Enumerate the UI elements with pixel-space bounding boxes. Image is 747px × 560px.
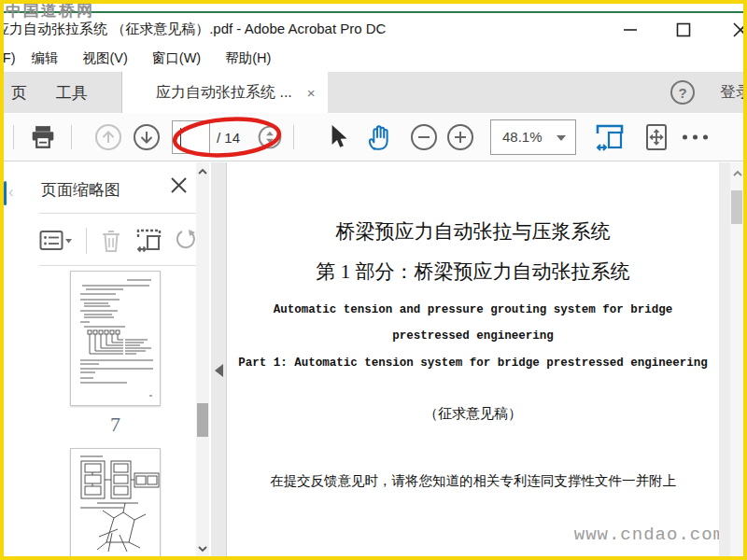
fit-page-button[interactable] <box>642 122 670 152</box>
doc-subtitle-en-2: prestressed engineering <box>227 329 719 343</box>
active-panel-indicator <box>4 181 7 205</box>
scroll-down-icon[interactable] <box>198 545 207 553</box>
spinner-icon <box>258 125 282 149</box>
rotate-pages-button[interactable] <box>176 229 197 253</box>
scrollbar-thumb[interactable] <box>731 190 742 224</box>
collapse-chevron-icon[interactable]: ‹ <box>8 183 14 202</box>
menu-help[interactable]: 帮助(H) <box>213 49 283 67</box>
chevron-down-icon <box>557 135 566 141</box>
tab-bar: 页 工具 应力自动张拉系统 ... × ? 登录 <box>4 72 743 113</box>
tab-document-label: 应力自动张拉系统 ... <box>156 83 292 103</box>
ellipsis-icon <box>683 134 687 139</box>
close-button[interactable] <box>732 21 747 38</box>
doc-title-cn-1: 桥梁预应力自动张拉与压浆系统 <box>227 218 719 245</box>
tab-home[interactable]: 页 <box>0 72 40 113</box>
help-button[interactable]: ? <box>670 80 695 105</box>
thumbnail-page-8[interactable] <box>70 448 161 560</box>
fit-page-icon <box>642 122 670 152</box>
fit-width-icon <box>594 121 626 153</box>
document-view: 桥梁预应力自动张拉与压浆系统 第 1 部分：桥梁预应力自动张拉系统 Automa… <box>227 162 743 556</box>
watermark-top-left: 中国道桥网 <box>6 0 94 21</box>
close-icon <box>732 21 747 38</box>
menu-file[interactable]: 文件(F) <box>4 49 20 67</box>
crop-pages-icon <box>135 228 163 254</box>
thumbnail-options-button[interactable] <box>39 230 73 252</box>
zoom-level-dropdown[interactable]: 48.1% <box>490 119 576 155</box>
panel-scrollbar[interactable] <box>196 162 209 556</box>
plus-circle-icon <box>446 123 474 151</box>
scroll-up-icon[interactable] <box>198 168 207 175</box>
thumbnail-sketch <box>71 449 160 560</box>
hand-tool-button[interactable] <box>364 122 394 152</box>
panel-toolbar <box>39 222 197 259</box>
panel-close-button[interactable] <box>171 177 187 193</box>
help-icon: ? <box>678 85 686 101</box>
minimize-icon <box>622 21 639 38</box>
title-bar: 应力自动张拉系统 （征求意见稿）.pdf - Adobe Acrobat Pro… <box>4 14 743 44</box>
arrow-down-circle-icon <box>133 123 161 151</box>
main-toolbar: / 14 <box>4 113 743 161</box>
scrollbar-thumb[interactable] <box>197 403 208 437</box>
page-number-input[interactable] <box>172 120 210 154</box>
select-tool-button[interactable] <box>325 124 349 150</box>
previous-page-button[interactable] <box>94 123 122 151</box>
delete-pages-button[interactable] <box>100 229 122 253</box>
zoom-level-value: 48.1% <box>502 129 543 145</box>
menu-view[interactable]: 视图(V) <box>71 49 140 67</box>
crop-pages-button[interactable] <box>135 228 163 254</box>
minus-circle-icon <box>410 123 438 151</box>
window-title: 应力自动张拉系统 （征求意见稿）.pdf - Adobe Acrobat Pro… <box>0 21 386 38</box>
doc-subtitle-en-3: Part 1: Automatic tension system for bri… <box>227 357 719 370</box>
collapse-panel-icon[interactable] <box>215 364 223 377</box>
minimize-button[interactable] <box>622 21 639 38</box>
navigation-rail: ‹ <box>4 162 19 556</box>
sign-in-link[interactable]: 登录 <box>720 81 747 103</box>
tab-tools[interactable]: 工具 <box>39 72 105 113</box>
watermark-bottom-right: www.cndao.com <box>574 525 725 545</box>
cursor-arrow-icon <box>325 124 349 150</box>
document-scrollbar[interactable] <box>730 162 743 556</box>
content-region: ‹ 页面缩略图 <box>4 162 743 556</box>
doc-draft-note: （征求意见稿） <box>227 405 719 423</box>
divider <box>39 265 198 266</box>
page-spinner[interactable] <box>258 125 282 149</box>
menu-edit[interactable]: 编辑 <box>20 49 71 67</box>
thumbnail-sketch <box>71 272 160 405</box>
tab-document[interactable]: 应力自动张拉系统 ... × <box>122 72 328 114</box>
more-tools-button[interactable] <box>683 134 708 139</box>
next-page-button[interactable] <box>133 123 161 151</box>
maximize-icon <box>675 21 692 38</box>
panel-splitter[interactable] <box>211 162 227 556</box>
menu-window[interactable]: 窗口(W) <box>140 49 213 67</box>
doc-patent-note: 在提交反馈意见时，请将您知道的相关专利连同支撑性文件一并附上 <box>227 472 719 490</box>
trash-icon <box>100 229 122 253</box>
divider <box>39 213 198 214</box>
text-cursor <box>180 128 181 147</box>
green-divider-line <box>4 11 743 13</box>
divider <box>86 228 87 254</box>
menu-bar: 文件(F) 编辑 视图(V) 窗口(W) 帮助(H) <box>4 44 743 72</box>
acrobat-window: 中国道桥网 应力自动张拉系统 （征求意见稿）.pdf - Adobe Acrob… <box>0 0 747 560</box>
arrow-up-circle-icon <box>94 123 122 151</box>
toolbar-divider <box>13 125 14 149</box>
page-margin-gap <box>719 162 730 556</box>
hand-icon <box>364 122 394 152</box>
thumbnail-page-7[interactable] <box>70 271 161 406</box>
doc-title-cn-2: 第 1 部分：桥梁预应力自动张拉系统 <box>227 259 719 285</box>
zoom-in-button[interactable] <box>446 123 474 151</box>
thumbnail-page-number: 7 <box>70 413 161 437</box>
scroll-up-icon[interactable] <box>733 170 742 177</box>
zoom-out-button[interactable] <box>410 123 438 151</box>
print-button[interactable] <box>30 125 56 149</box>
toolbar-divider <box>293 125 294 149</box>
toolbar-divider <box>71 125 72 149</box>
close-icon <box>171 177 187 193</box>
page-thumbnails-panel: 页面缩略图 <box>19 162 211 556</box>
rotate-icon <box>176 229 197 253</box>
doc-subtitle-en-1: Automatic tension and pressure grouting … <box>227 303 719 316</box>
printer-icon <box>30 125 56 149</box>
fit-width-button[interactable] <box>594 121 626 153</box>
maximize-button[interactable] <box>675 21 692 38</box>
tab-close-icon[interactable]: × <box>307 86 316 100</box>
page-total-label: / 14 <box>217 129 240 145</box>
